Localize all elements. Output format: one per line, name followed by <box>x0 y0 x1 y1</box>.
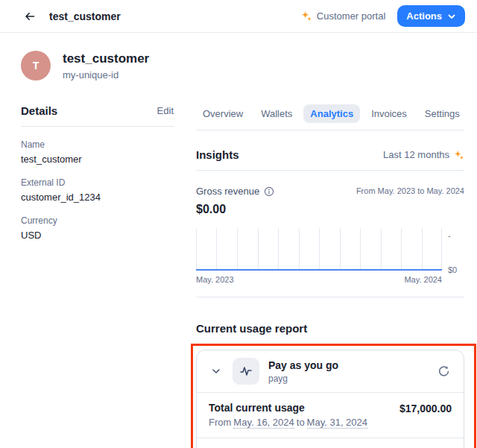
customer-profile: T test_customer my-unique-id <box>21 51 456 81</box>
customer-external-id: my-unique-id <box>63 69 149 81</box>
refresh-button[interactable] <box>435 363 452 379</box>
top-bar: test_customer Customer portal Actions <box>0 0 477 33</box>
period-end-date[interactable]: May. 31, 2024 <box>307 417 367 429</box>
tab-analytics[interactable]: Analytics <box>303 104 360 123</box>
arrow-left-icon <box>24 10 36 22</box>
back-button[interactable] <box>21 7 39 25</box>
collapse-toggle[interactable] <box>209 364 224 379</box>
field-label: External ID <box>21 177 174 188</box>
detail-field-name: Name test_customer <box>21 139 174 165</box>
plan-row: Pay as you go payg <box>197 350 464 392</box>
details-title: Details <box>21 104 57 117</box>
period-label: Last 12 months <box>383 149 449 160</box>
chevron-down-icon <box>211 366 221 376</box>
field-value: test_customer <box>21 154 174 165</box>
total-usage-label: Total current usage <box>209 402 399 414</box>
tab-wallets[interactable]: Wallets <box>254 104 299 123</box>
details-panel: Details Edit Name test_customer External… <box>21 104 174 448</box>
tab-invoices[interactable]: Invoices <box>364 104 414 123</box>
period-select[interactable]: Last 12 months <box>383 149 464 160</box>
chevron-down-icon <box>447 12 456 21</box>
plan-name: Pay as you go <box>268 359 338 371</box>
total-usage-row: Total current usage From May. 16, 2024 t… <box>197 392 464 438</box>
total-usage-amount: $17,000.00 <box>399 402 452 414</box>
detail-field-currency: Currency USD <box>21 215 174 241</box>
avatar: T <box>21 51 51 81</box>
field-label: Name <box>21 139 174 150</box>
tab-bar: Overview Wallets Analytics Invoices Sett… <box>196 104 464 130</box>
x-axis-label-start: May. 2023 <box>196 275 234 284</box>
y-axis-tick-top: - <box>448 231 464 240</box>
divider <box>196 297 464 297</box>
tab-settings[interactable]: Settings <box>418 104 467 123</box>
edit-details-button[interactable]: Edit <box>157 105 174 116</box>
tab-overview[interactable]: Overview <box>196 104 250 123</box>
plan-code: payg <box>268 373 338 384</box>
total-usage-period: From May. 16, 2024 to May. 31, 2024 <box>209 417 399 429</box>
period-mid: to <box>297 417 305 429</box>
x-axis-label-end: May. 2024 <box>404 275 442 284</box>
period-start-date[interactable]: May. 16, 2024 <box>233 417 294 429</box>
sparkle-icon <box>454 150 464 160</box>
customer-portal-label: Customer portal <box>317 10 385 22</box>
usage-report-title: Current usage report <box>196 322 464 335</box>
plan-icon-box <box>233 358 259 385</box>
period-prefix: From <box>209 417 231 429</box>
sparkle-icon <box>301 10 312 22</box>
pulse-icon <box>239 365 253 378</box>
field-label: Currency <box>21 215 174 226</box>
usage-item-row: Tokens openai_tokens <box>197 438 464 448</box>
customer-name: test_customer <box>63 51 149 66</box>
chart-zero-line <box>196 269 442 271</box>
y-axis-tick-bottom: $0 <box>448 265 464 274</box>
insights-title: Insights <box>196 148 239 161</box>
field-value: USD <box>21 230 174 241</box>
gross-revenue-range: From May. 2023 to May. 2024 <box>356 186 464 195</box>
actions-label: Actions <box>406 10 442 22</box>
gross-revenue-chart: May. 2023 May. 2024 - $0 <box>196 228 464 284</box>
field-value: customer_id_1234 <box>21 192 174 203</box>
usage-card: Pay as you go payg Total current usage <box>196 350 464 448</box>
chart-plot-area <box>196 228 442 271</box>
actions-button[interactable]: Actions <box>397 5 465 27</box>
refresh-icon <box>437 365 450 378</box>
detail-field-external-id: External ID customer_id_1234 <box>21 177 174 203</box>
gross-revenue-label-row: Gross revenue <box>196 186 274 197</box>
info-icon[interactable] <box>264 186 274 197</box>
customer-portal-link[interactable]: Customer portal <box>301 10 385 22</box>
page-title: test_customer <box>49 10 121 22</box>
gross-revenue-label: Gross revenue <box>196 186 259 197</box>
gross-revenue-value: $0.00 <box>196 203 464 216</box>
